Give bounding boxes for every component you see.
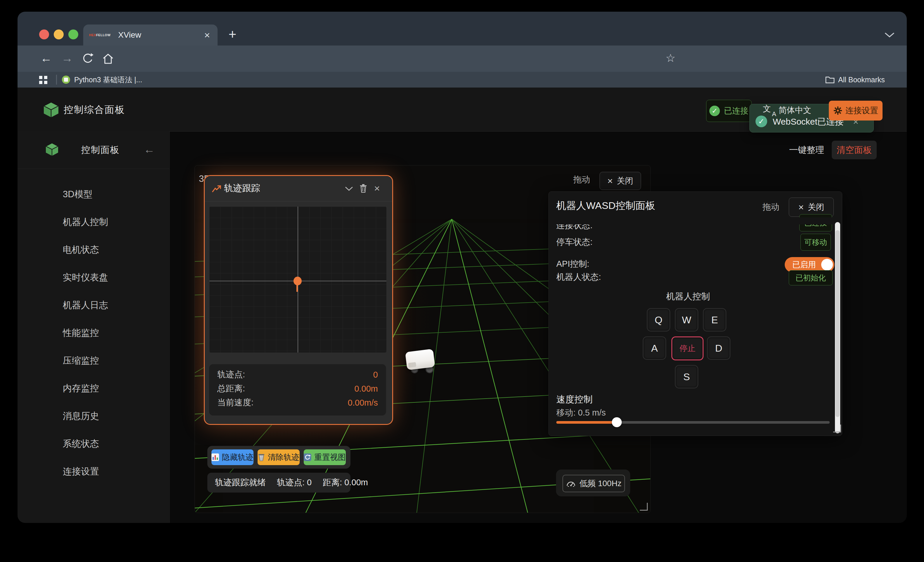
panel-3d-close-button[interactable]: ×关闭 (600, 172, 641, 190)
close-icon: × (798, 202, 804, 213)
stat-row-distance: 总距离: 0.00m (209, 382, 386, 396)
toast-check-icon: ✓ (756, 115, 767, 127)
connection-settings-button[interactable]: 连接设置 (829, 101, 882, 121)
refresh-arrows-icon (304, 453, 311, 461)
gauge-icon (566, 480, 576, 487)
sidebar-item-memory[interactable]: 内存监控 (18, 374, 170, 402)
tab-search-chevron-icon[interactable] (884, 31, 895, 39)
sidebar-item-robot-log[interactable]: 机器人日志 (18, 291, 170, 319)
apps-grid-icon[interactable] (39, 75, 48, 85)
key-w[interactable]: W (675, 308, 698, 332)
bar-chart-icon (212, 453, 219, 461)
sidebar-item-realtime-dashboard[interactable]: 实时仪表盘 (18, 263, 170, 291)
trajectory-stats: 轨迹点: 0 总距离: 0.00m 当前速度: 0.00m/s (209, 364, 386, 416)
key-d[interactable]: D (707, 336, 730, 360)
collapse-chevron-icon[interactable] (344, 186, 354, 192)
clear-trajectory-button[interactable]: 清除轨迹 (258, 449, 300, 465)
panel-3d-resize-handle[interactable] (640, 503, 648, 511)
speed-value-label: 移动: 0.5 m/s (556, 408, 606, 417)
robot-state-badge: 已初始化 (789, 270, 832, 285)
all-bookmarks-label[interactable]: All Bookmarks (838, 72, 885, 88)
bookmark-item[interactable]: Python3 基础语法 |... (74, 72, 142, 88)
wasd-control-panel: 机器人WASD控制面板 拖动 ×关闭 连接状态: 已连接 停车状态: 可移动 A… (549, 191, 842, 436)
traffic-light-zoom[interactable] (68, 30, 78, 39)
sidebar-item-connection-settings[interactable]: 连接设置 (18, 457, 170, 485)
panel-3d-drag-handle[interactable]: 拖动 (573, 174, 590, 185)
frequency-badge-container: 低频 100Hz (556, 469, 630, 496)
sidebar-logo-cube-icon (45, 142, 59, 156)
stat-row-points: 轨迹点: 0 (209, 368, 386, 382)
sidebar-item-motor-status[interactable]: 电机状态 (18, 236, 170, 263)
distance-value: 0.00m (354, 384, 378, 394)
key-q[interactable]: Q (647, 308, 670, 332)
api-control-label: API控制: (556, 258, 590, 269)
trajectory-toolbar: 隐藏轨迹 清除轨迹 重置视图 (207, 446, 351, 469)
refresh-button[interactable] (81, 52, 94, 65)
stat-row-speed: 当前速度: 0.00m/s (209, 396, 386, 410)
app-title: 控制综合面板 (64, 102, 125, 117)
reset-view-button[interactable]: 重置视图 (304, 449, 346, 465)
delete-trash-icon[interactable] (360, 184, 367, 193)
sidebar-item-system-status[interactable]: 系统状态 (18, 430, 170, 457)
new-tab-button[interactable]: + (224, 26, 241, 43)
speed-control-heading: 速度控制 (556, 394, 592, 405)
toggle-knob (821, 259, 833, 271)
sidebar-item-3d-model[interactable]: 3D模型 (18, 180, 170, 208)
app-logo-cube-icon (43, 102, 59, 118)
wasd-scrollbar-thumb[interactable] (836, 230, 840, 417)
stop-button[interactable]: 停止 (671, 336, 704, 360)
trajectory-status-bar: 轨迹跟踪就绪 轨迹点: 0 距离: 0.00m (207, 473, 351, 493)
trajectory-close-icon[interactable]: × (374, 182, 380, 194)
tab-favicon: HEXFELLOW (89, 33, 111, 37)
check-circle-icon: ✓ (710, 106, 720, 116)
sidebar: 控制面板 ← 3D模型 机器人控制 电机状态 实时仪表盘 机器人日志 性能监控 … (18, 131, 170, 523)
parking-state-badge: 可移动 (801, 234, 831, 251)
sidebar-item-compression[interactable]: 压缩监控 (18, 347, 170, 374)
sidebar-collapse-icon[interactable]: ← (144, 140, 155, 158)
key-a[interactable]: A (643, 336, 666, 360)
speed-value: 0.00m/s (348, 398, 378, 408)
trajectory-plot (209, 206, 387, 353)
browser-toolbar: ← → Not Secure xview.hexfellow.com/#/das… (18, 45, 907, 72)
sidebar-item-robot-control[interactable]: 机器人控制 (18, 208, 170, 236)
organize-button[interactable]: 一键整理 (786, 142, 827, 158)
trajectory-distance-text: 距离: 0.00m (323, 477, 368, 489)
scroll-clip-overlay (549, 217, 834, 224)
key-s[interactable]: S (675, 365, 698, 389)
speed-slider-fill (556, 421, 617, 424)
app-header: 控制综合面板 ✓ 已连接 ✓ WebSocket已连接 × 文 A 简体中文 (18, 88, 907, 132)
sidebar-menu: 3D模型 机器人控制 电机状态 实时仪表盘 机器人日志 性能监控 压缩监控 内存… (18, 180, 170, 485)
clear-panels-button[interactable]: 清空面板 (832, 140, 877, 159)
close-icon: × (608, 176, 613, 187)
traffic-light-minimize[interactable] (54, 30, 64, 39)
browser-tab[interactable]: HEXFELLOW XView × (83, 24, 218, 45)
trajectory-panel-title: 轨迹跟踪 (224, 176, 260, 200)
bookmark-favicon (62, 76, 70, 84)
speed-slider-thumb[interactable] (612, 417, 622, 427)
traffic-light-close[interactable] (39, 30, 49, 39)
sidebar-item-performance[interactable]: 性能监控 (18, 319, 170, 347)
speed-slider-track[interactable] (556, 421, 830, 424)
tab-close-icon[interactable]: × (204, 30, 210, 41)
back-button[interactable]: ← (38, 45, 54, 72)
sidebar-header: 控制面板 ← (18, 131, 170, 169)
home-button[interactable] (102, 52, 114, 65)
parking-state-label: 停车状态: (556, 236, 592, 247)
robot-control-heading: 机器人控制 (663, 291, 713, 302)
trajectory-panel: 轨迹跟踪 × 轨迹点: 0 总距离: (204, 175, 393, 425)
trend-up-icon (212, 184, 222, 193)
hide-trajectory-button[interactable]: 隐藏轨迹 (212, 449, 254, 465)
gear-icon (833, 106, 843, 115)
language-selector[interactable]: 简体中文 (778, 104, 811, 117)
wasd-resize-handle[interactable] (833, 424, 841, 432)
points-value: 0 (373, 370, 378, 380)
robot-state-label: 机器人状态: (556, 271, 601, 282)
screen: HEXFELLOW XView × + ← → Not Secure xview… (0, 0, 924, 562)
key-e[interactable]: E (703, 308, 726, 332)
sidebar-item-message-history[interactable]: 消息历史 (18, 402, 170, 430)
bookmark-star-icon[interactable]: ☆ (662, 45, 679, 72)
forward-button[interactable]: → (59, 45, 75, 72)
trajectory-panel-header[interactable]: 轨迹跟踪 × (205, 176, 392, 201)
wasd-scrollbar-track[interactable] (835, 222, 840, 433)
wasd-drag-handle[interactable]: 拖动 (762, 201, 780, 213)
